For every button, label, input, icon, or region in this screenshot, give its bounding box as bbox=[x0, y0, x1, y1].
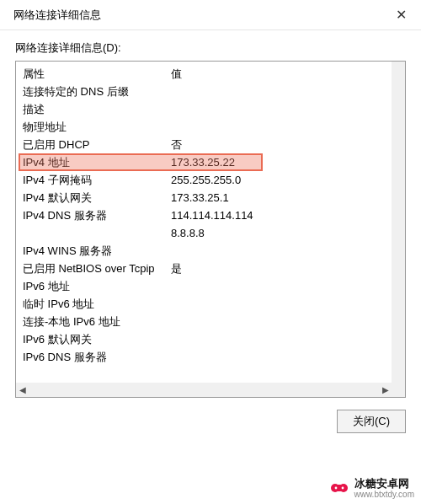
close-icon[interactable]: ✕ bbox=[391, 5, 411, 25]
value-cell bbox=[171, 277, 385, 295]
value-cell bbox=[171, 348, 385, 366]
table-row[interactable]: 物理地址 bbox=[23, 118, 385, 136]
value-cell bbox=[171, 242, 385, 260]
table-row[interactable]: IPv6 DNS 服务器 bbox=[23, 348, 385, 366]
property-cell: IPv4 默认网关 bbox=[23, 189, 171, 206]
value-cell: 173.33.25.22 bbox=[171, 153, 385, 171]
watermark-url: www.btxtdy.com bbox=[354, 490, 415, 499]
property-cell: 连接特定的 DNS 后缀 bbox=[23, 83, 171, 100]
column-headers: 属性 值 bbox=[23, 65, 385, 83]
header-value: 值 bbox=[171, 65, 385, 83]
svg-point-4 bbox=[341, 486, 344, 489]
table-row[interactable]: IPv6 默认网关 bbox=[23, 330, 385, 348]
property-cell: IPv6 地址 bbox=[23, 277, 171, 295]
value-cell: 8.8.8.8 bbox=[171, 224, 385, 242]
value-cell bbox=[171, 118, 385, 136]
table-row[interactable]: IPv4 默认网关173.33.25.1 bbox=[23, 189, 385, 206]
value-cell bbox=[171, 313, 385, 330]
property-cell: 已启用 NetBIOS over Tcpip bbox=[23, 260, 171, 277]
value-cell: 255.255.255.0 bbox=[171, 171, 385, 189]
svg-point-0 bbox=[331, 484, 339, 492]
property-cell: IPv6 默认网关 bbox=[23, 330, 171, 348]
svg-point-3 bbox=[334, 486, 337, 489]
property-cell: 临时 IPv6 地址 bbox=[23, 295, 171, 313]
dialog-body: 网络连接详细信息(D): 属性 值 连接特定的 DNS 后缀描述物理地址已启用 … bbox=[0, 30, 421, 398]
window-title: 网络连接详细信息 bbox=[13, 8, 101, 23]
header-property: 属性 bbox=[23, 65, 171, 83]
value-cell bbox=[171, 330, 385, 348]
value-cell bbox=[171, 295, 385, 313]
property-cell bbox=[23, 224, 171, 242]
property-cell: IPv6 DNS 服务器 bbox=[23, 348, 171, 366]
close-button[interactable]: 关闭(C) bbox=[337, 410, 406, 433]
svg-point-1 bbox=[339, 484, 348, 492]
list-content: 属性 值 连接特定的 DNS 后缀描述物理地址已启用 DHCP否IPv4 地址1… bbox=[16, 62, 392, 383]
table-row[interactable]: 连接特定的 DNS 后缀 bbox=[23, 83, 385, 100]
table-row[interactable]: IPv4 WINS 服务器 bbox=[23, 242, 385, 260]
table-row[interactable]: IPv4 地址173.33.25.22 bbox=[23, 153, 385, 171]
property-cell: 已启用 DHCP bbox=[23, 136, 171, 153]
value-cell bbox=[171, 100, 385, 118]
value-cell: 114.114.114.114 bbox=[171, 206, 385, 224]
property-cell: IPv4 地址 bbox=[23, 153, 171, 171]
horizontal-scrollbar[interactable]: ◀ ▶ bbox=[16, 383, 392, 397]
value-cell: 是 bbox=[171, 260, 385, 277]
titlebar: 网络连接详细信息 ✕ bbox=[0, 0, 421, 30]
details-listbox[interactable]: 属性 值 连接特定的 DNS 后缀描述物理地址已启用 DHCP否IPv4 地址1… bbox=[15, 61, 406, 398]
scroll-left-icon[interactable]: ◀ bbox=[16, 383, 29, 396]
table-row[interactable]: 8.8.8.8 bbox=[23, 224, 385, 242]
property-cell: IPv4 子网掩码 bbox=[23, 171, 171, 189]
svg-rect-2 bbox=[334, 485, 344, 491]
watermark-text: 冰糖安卓网 bbox=[354, 476, 415, 491]
property-cell: 物理地址 bbox=[23, 118, 171, 136]
scrollbar-corner bbox=[392, 383, 405, 397]
watermark: 冰糖安卓网 www.btxtdy.com bbox=[329, 476, 415, 499]
value-cell: 否 bbox=[171, 136, 385, 153]
scroll-right-icon[interactable]: ▶ bbox=[379, 383, 392, 396]
vertical-scrollbar[interactable] bbox=[392, 62, 405, 383]
property-cell: 描述 bbox=[23, 100, 171, 118]
property-cell: 连接-本地 IPv6 地址 bbox=[23, 313, 171, 330]
property-cell: IPv4 WINS 服务器 bbox=[23, 242, 171, 260]
watermark-logo-icon bbox=[329, 478, 349, 498]
table-row[interactable]: 已启用 NetBIOS over Tcpip是 bbox=[23, 260, 385, 277]
table-row[interactable]: IPv4 DNS 服务器114.114.114.114 bbox=[23, 206, 385, 224]
property-cell: IPv4 DNS 服务器 bbox=[23, 206, 171, 224]
button-row: 关闭(C) bbox=[0, 398, 421, 445]
table-row[interactable]: 已启用 DHCP否 bbox=[23, 136, 385, 153]
value-cell bbox=[171, 83, 385, 100]
table-row[interactable]: 临时 IPv6 地址 bbox=[23, 295, 385, 313]
details-label: 网络连接详细信息(D): bbox=[15, 40, 406, 56]
table-row[interactable]: IPv4 子网掩码255.255.255.0 bbox=[23, 171, 385, 189]
table-row[interactable]: 描述 bbox=[23, 100, 385, 118]
table-row[interactable]: IPv6 地址 bbox=[23, 277, 385, 295]
value-cell: 173.33.25.1 bbox=[171, 189, 385, 206]
table-row[interactable]: 连接-本地 IPv6 地址 bbox=[23, 313, 385, 330]
